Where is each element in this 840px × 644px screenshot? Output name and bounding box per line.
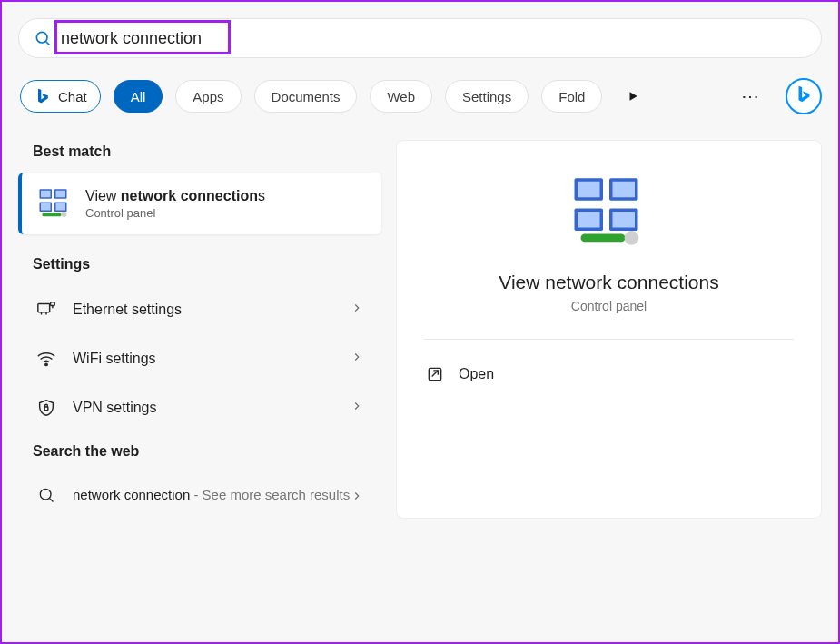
best-match-result[interactable]: View network connections Control panel bbox=[18, 173, 381, 234]
play-icon[interactable] bbox=[618, 82, 647, 111]
more-button[interactable]: ⋯ bbox=[736, 82, 766, 111]
svg-rect-26 bbox=[578, 212, 600, 228]
tab-documents-label: Documents bbox=[272, 89, 341, 104]
settings-item-label: Ethernet settings bbox=[73, 302, 351, 318]
bing-launch-button[interactable] bbox=[786, 78, 822, 114]
settings-item-wifi[interactable]: WiFi settings bbox=[18, 334, 381, 383]
tab-web[interactable]: Web bbox=[370, 80, 432, 113]
open-icon bbox=[426, 365, 444, 383]
svg-rect-12 bbox=[38, 304, 50, 312]
tab-settings-label: Settings bbox=[462, 89, 511, 104]
svg-line-1 bbox=[46, 42, 50, 45]
best-match-subtitle: Control panel bbox=[85, 206, 265, 220]
settings-item-label: VPN settings bbox=[73, 400, 351, 416]
bing-icon bbox=[794, 84, 814, 108]
divider bbox=[424, 339, 794, 340]
tab-folders[interactable]: Fold bbox=[541, 80, 602, 113]
chevron-right-icon bbox=[351, 302, 363, 318]
bing-icon bbox=[34, 87, 52, 105]
svg-rect-7 bbox=[41, 203, 51, 211]
svg-point-11 bbox=[62, 212, 67, 217]
chevron-right-icon bbox=[351, 490, 363, 506]
tab-chat[interactable]: Chat bbox=[20, 80, 101, 113]
details-pane: View network connections Control panel O… bbox=[396, 140, 822, 519]
svg-rect-18 bbox=[44, 407, 48, 411]
search-web-header: Search the web bbox=[18, 440, 381, 472]
web-search-item[interactable]: network connection - See more search res… bbox=[18, 472, 381, 519]
tab-folders-label: Fold bbox=[558, 89, 585, 104]
settings-item-ethernet[interactable]: Ethernet settings bbox=[18, 285, 381, 334]
settings-header: Settings bbox=[18, 253, 381, 285]
search-icon bbox=[34, 29, 52, 47]
svg-rect-9 bbox=[56, 203, 66, 211]
svg-rect-22 bbox=[578, 182, 600, 198]
filter-row: Chat All Apps Documents Web Settings Fol… bbox=[18, 78, 822, 114]
ethernet-icon bbox=[36, 300, 56, 320]
chevron-right-icon bbox=[351, 351, 363, 367]
web-search-text: network connection - See more search res… bbox=[73, 485, 351, 505]
tab-apps[interactable]: Apps bbox=[175, 80, 241, 113]
svg-line-32 bbox=[432, 371, 439, 377]
tab-chat-label: Chat bbox=[58, 89, 87, 104]
svg-point-30 bbox=[624, 231, 638, 245]
search-bar[interactable] bbox=[18, 18, 822, 58]
details-subtitle: Control panel bbox=[424, 299, 794, 313]
settings-item-vpn[interactable]: VPN settings bbox=[18, 383, 381, 432]
network-connections-icon bbox=[38, 187, 71, 220]
details-title: View network connections bbox=[424, 272, 794, 293]
tab-all[interactable]: All bbox=[114, 80, 163, 113]
tab-settings[interactable]: Settings bbox=[445, 80, 529, 113]
settings-item-label: WiFi settings bbox=[73, 351, 351, 367]
svg-line-20 bbox=[50, 499, 54, 502]
search-input[interactable] bbox=[61, 29, 806, 48]
tab-all-label: All bbox=[131, 89, 146, 104]
svg-rect-3 bbox=[41, 191, 51, 198]
svg-rect-10 bbox=[43, 213, 62, 217]
svg-rect-15 bbox=[51, 302, 55, 306]
tab-web-label: Web bbox=[387, 89, 415, 104]
svg-rect-5 bbox=[56, 191, 66, 198]
best-match-header: Best match bbox=[18, 140, 381, 173]
svg-point-19 bbox=[40, 489, 51, 500]
wifi-icon bbox=[36, 349, 56, 369]
best-match-title: View network connections bbox=[85, 188, 265, 204]
svg-rect-28 bbox=[612, 212, 635, 228]
svg-point-17 bbox=[45, 363, 47, 365]
open-action[interactable]: Open bbox=[424, 358, 794, 391]
more-icon: ⋯ bbox=[741, 85, 761, 107]
svg-rect-24 bbox=[612, 182, 635, 198]
search-icon bbox=[36, 485, 56, 505]
tab-documents[interactable]: Documents bbox=[254, 80, 358, 113]
tab-apps-label: Apps bbox=[193, 89, 223, 104]
vpn-icon bbox=[36, 398, 56, 418]
svg-rect-29 bbox=[580, 234, 625, 243]
results-pane: Best match View network connections bbox=[18, 140, 381, 519]
svg-point-0 bbox=[36, 32, 47, 43]
network-connections-icon bbox=[571, 173, 647, 250]
chevron-right-icon bbox=[351, 400, 363, 416]
open-label: Open bbox=[459, 366, 494, 382]
